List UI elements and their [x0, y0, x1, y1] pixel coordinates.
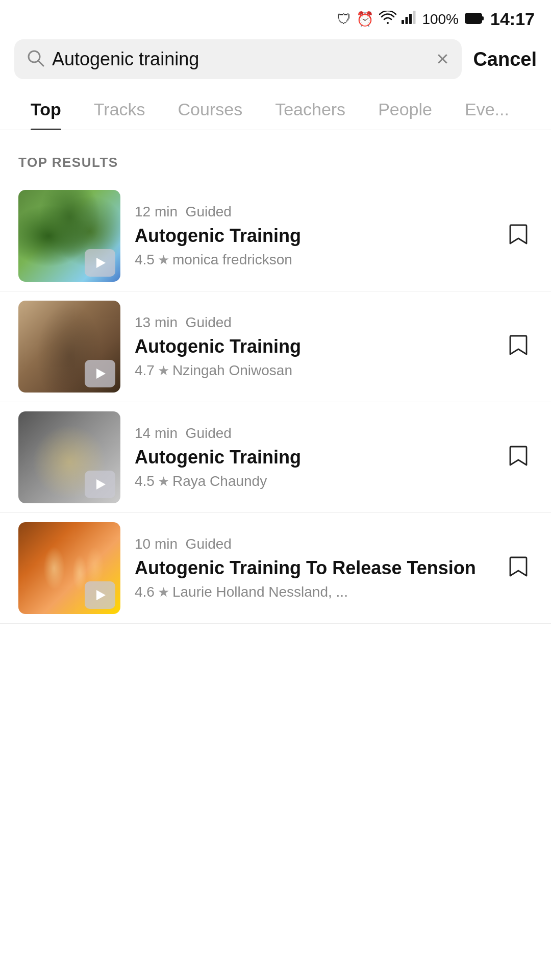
result-item[interactable]: 14 min Guided Autogenic Training 4.5 ★ R… [0, 402, 551, 513]
play-triangle-icon [96, 369, 106, 379]
search-input-wrapper[interactable]: Autogenic training ✕ [14, 39, 462, 79]
play-triangle-icon [96, 258, 106, 268]
result-item[interactable]: 10 min Guided Autogenic Training To Rele… [0, 513, 551, 624]
wifi-icon [379, 11, 396, 28]
result-title: Autogenic Training [135, 446, 490, 470]
result-item[interactable]: 13 min Guided Autogenic Training 4.7 ★ N… [0, 291, 551, 402]
play-button[interactable] [85, 360, 115, 387]
section-heading: TOP RESULTS [0, 130, 551, 181]
result-meta: 13 min Guided [135, 314, 490, 331]
star-icon: ★ [158, 474, 169, 489]
play-button[interactable] [85, 581, 115, 609]
play-button[interactable] [85, 471, 115, 498]
svg-rect-4 [465, 13, 482, 23]
result-rating: 4.5 ★ Raya Chaundy [135, 473, 490, 489]
status-bar: 🛡 ⏰ 100% 14:17 [0, 0, 551, 34]
result-rating: 4.6 ★ Laurie Holland Nessland, ... [135, 584, 490, 600]
result-rating: 4.5 ★ monica fredrickson [135, 252, 490, 268]
bookmark-icon [508, 350, 529, 359]
result-title: Autogenic Training To Release Tension [135, 556, 490, 580]
svg-rect-5 [482, 16, 484, 20]
tab-top[interactable]: Top [14, 88, 78, 130]
result-thumbnail [18, 522, 120, 614]
result-info: 12 min Guided Autogenic Training 4.5 ★ m… [135, 204, 490, 268]
search-icon [27, 49, 45, 69]
tabs-row: Top Tracks Courses Teachers People Eve..… [0, 88, 551, 130]
tab-people[interactable]: People [362, 88, 448, 130]
tab-events[interactable]: Eve... [448, 88, 525, 130]
result-info: 13 min Guided Autogenic Training 4.7 ★ N… [135, 314, 490, 379]
bookmark-button[interactable] [504, 551, 533, 585]
play-button[interactable] [85, 249, 115, 277]
tab-tracks[interactable]: Tracks [78, 88, 162, 130]
shield-icon: 🛡 [337, 11, 351, 28]
search-input[interactable]: Autogenic training [52, 48, 429, 70]
battery-percentage: 100% [422, 11, 459, 28]
search-bar-row: Autogenic training ✕ Cancel [0, 34, 551, 88]
cancel-button[interactable]: Cancel [473, 48, 537, 70]
result-item[interactable]: 12 min Guided Autogenic Training 4.5 ★ m… [0, 181, 551, 291]
tab-teachers[interactable]: Teachers [259, 88, 362, 130]
tab-courses[interactable]: Courses [162, 88, 259, 130]
result-meta: 12 min Guided [135, 204, 490, 220]
bookmark-button[interactable] [504, 440, 533, 474]
status-time: 14:17 [490, 9, 535, 29]
svg-line-7 [38, 61, 43, 66]
result-rating: 4.7 ★ Nzingah Oniwosan [135, 362, 490, 379]
signal-icon [402, 11, 416, 28]
result-title: Autogenic Training [135, 335, 490, 359]
svg-rect-1 [406, 17, 408, 24]
bookmark-icon [508, 461, 529, 470]
battery-icon [465, 13, 484, 26]
result-title: Autogenic Training [135, 224, 490, 248]
svg-rect-0 [402, 20, 404, 24]
play-triangle-icon [96, 479, 106, 489]
result-thumbnail [18, 190, 120, 282]
svg-rect-3 [413, 11, 416, 24]
result-meta: 14 min Guided [135, 425, 490, 442]
bookmark-icon [508, 239, 529, 248]
star-icon: ★ [158, 584, 169, 600]
bookmark-button[interactable] [504, 219, 533, 253]
result-thumbnail [18, 411, 120, 503]
play-triangle-icon [96, 590, 106, 600]
result-meta: 10 min Guided [135, 536, 490, 552]
svg-rect-2 [409, 14, 412, 24]
alarm-icon: ⏰ [356, 11, 374, 28]
clear-search-button[interactable]: ✕ [436, 50, 449, 69]
bookmark-icon [508, 572, 529, 580]
result-thumbnail [18, 301, 120, 393]
result-info: 10 min Guided Autogenic Training To Rele… [135, 536, 490, 601]
bookmark-button[interactable] [504, 330, 533, 363]
status-icons: 🛡 ⏰ [337, 11, 416, 28]
star-icon: ★ [158, 363, 169, 379]
star-icon: ★ [158, 252, 169, 268]
result-info: 14 min Guided Autogenic Training 4.5 ★ R… [135, 425, 490, 490]
top-results-section: TOP RESULTS 12 min Guided Autogenic Trai… [0, 130, 551, 624]
